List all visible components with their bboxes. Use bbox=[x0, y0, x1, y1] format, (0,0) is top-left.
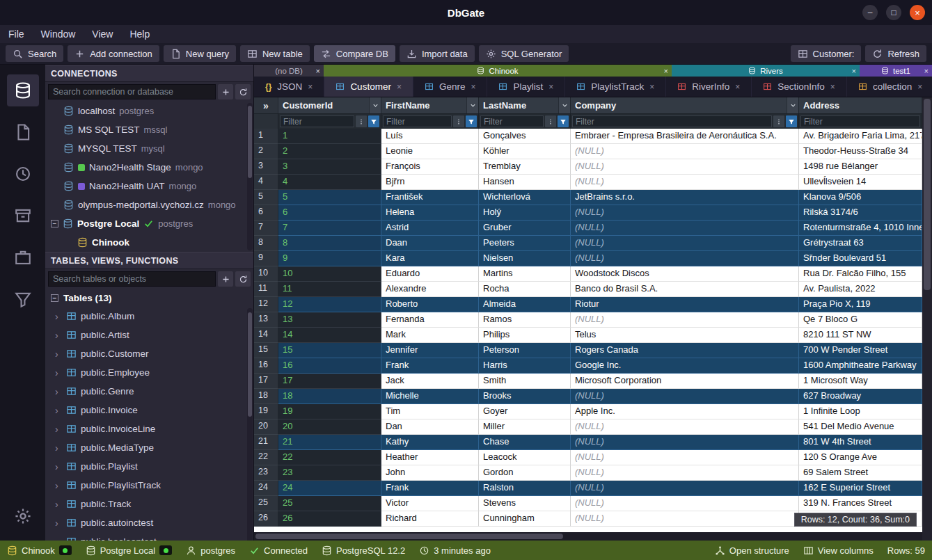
filter-funnel-button[interactable] bbox=[786, 115, 797, 127]
rail-applications-button[interactable] bbox=[7, 241, 39, 273]
filter-input-customerid[interactable] bbox=[280, 115, 354, 127]
tables-search-input[interactable] bbox=[48, 271, 216, 287]
column-dropdown-button[interactable] bbox=[466, 97, 478, 113]
cell-address[interactable]: 69 Salem Street bbox=[799, 465, 922, 481]
connection-item-chinook[interactable]: Chinook bbox=[45, 233, 253, 252]
cell-company[interactable]: (NULL) bbox=[571, 389, 799, 404]
cell-customerid[interactable]: 6 bbox=[278, 205, 381, 221]
cell-firstname[interactable]: Tim bbox=[381, 404, 479, 419]
cell-customerid[interactable]: 23 bbox=[278, 465, 381, 481]
rail-query-files-button[interactable] bbox=[7, 116, 39, 148]
tab-sectioninfo[interactable]: SectionInfo× bbox=[752, 77, 847, 97]
cell-company[interactable]: (NULL) bbox=[571, 175, 799, 190]
cell-address[interactable]: 627 Broadway bbox=[799, 389, 922, 404]
cell-address[interactable]: Grétrystraat 63 bbox=[799, 236, 922, 251]
maximize-button[interactable]: □ bbox=[886, 5, 901, 20]
grid-row-6[interactable]: 66HelenaHolý(NULL)Rilská 3174/6 bbox=[254, 205, 922, 221]
tables-group-row[interactable]: − Tables (13) bbox=[45, 289, 253, 307]
cell-address[interactable]: Rotenturmstraße 4, 1010 Innere Stadt bbox=[799, 221, 922, 236]
tab-collection[interactable]: collection× bbox=[847, 77, 932, 97]
table-item-public-invoice[interactable]: ›public.Invoice bbox=[45, 401, 253, 419]
column-header-company[interactable]: Company bbox=[571, 97, 799, 113]
cell-address[interactable]: 541 Del Medio Avenue bbox=[799, 419, 922, 435]
cell-address[interactable]: Sřnder Boulevard 51 bbox=[799, 251, 922, 266]
collapse-icon[interactable]: − bbox=[51, 220, 58, 227]
toolbar-new-query-button[interactable]: New query bbox=[164, 45, 236, 62]
filter-funnel-button[interactable] bbox=[558, 115, 569, 127]
menu-view[interactable]: View bbox=[92, 29, 113, 40]
chevron-right-icon[interactable]: › bbox=[55, 536, 62, 541]
cell-firstname[interactable]: Jack bbox=[381, 374, 479, 389]
column-dropdown-button[interactable] bbox=[558, 97, 570, 113]
grid-row-19[interactable]: 1919TimGoyerApple Inc.1 Infinite Loop bbox=[254, 404, 922, 419]
connection-item-postgre-local[interactable]: −Postgre Localpostgres bbox=[45, 214, 253, 233]
cell-company[interactable]: Rogers Canada bbox=[571, 343, 799, 358]
cell-lastname[interactable]: Nielsen bbox=[479, 251, 571, 266]
table-item-public-playlisttrack[interactable]: ›public.PlaylistTrack bbox=[45, 476, 253, 495]
grid-row-21[interactable]: 2121KathyChase(NULL)801 W 4th Street bbox=[254, 435, 922, 450]
chevron-right-icon[interactable]: › bbox=[55, 386, 62, 397]
chevron-right-icon[interactable]: › bbox=[55, 518, 62, 529]
cell-firstname[interactable]: Alexandre bbox=[381, 282, 479, 297]
grid-row-20[interactable]: 2020DanMiller(NULL)541 Del Medio Avenue bbox=[254, 419, 922, 435]
scrollbar-thumb[interactable] bbox=[248, 106, 252, 178]
chevron-right-icon[interactable]: › bbox=[55, 330, 62, 341]
table-item-public-playlist[interactable]: ›public.Playlist bbox=[45, 457, 253, 476]
cell-address[interactable]: Qe 7 Bloco G bbox=[799, 312, 922, 328]
connection-item-localhost[interactable]: localhostpostgres bbox=[45, 102, 253, 120]
status-connected[interactable]: Connected bbox=[249, 545, 308, 556]
add-table-icon-button[interactable] bbox=[218, 271, 233, 287]
tab-close-icon[interactable]: × bbox=[397, 82, 402, 92]
cell-company[interactable]: JetBrains s.r.o. bbox=[571, 190, 799, 205]
cell-lastname[interactable]: Holý bbox=[479, 205, 571, 221]
cell-company[interactable]: Apple Inc. bbox=[571, 404, 799, 419]
tab-close-icon[interactable]: × bbox=[308, 82, 313, 92]
cell-customerid[interactable]: 5 bbox=[278, 190, 381, 205]
grid-row-11[interactable]: 1111AlexandreRochaBanco do Brasil S.A.Av… bbox=[254, 282, 922, 297]
tables-scrollbar[interactable] bbox=[247, 308, 253, 541]
status-postgre-local[interactable]: Postgre Local bbox=[86, 545, 173, 556]
cell-customerid[interactable]: 20 bbox=[278, 419, 381, 435]
grid-row-22[interactable]: 2222HeatherLeacock(NULL)120 S Orange Ave bbox=[254, 450, 922, 465]
cell-firstname[interactable]: Richard bbox=[381, 511, 479, 527]
cell-company[interactable]: Banco do Brasil S.A. bbox=[571, 282, 799, 297]
cell-company[interactable]: (NULL) bbox=[571, 221, 799, 236]
chevron-right-icon[interactable]: › bbox=[55, 311, 62, 322]
cell-lastname[interactable]: Smith bbox=[479, 374, 571, 389]
grid-vertical-scrollbar[interactable] bbox=[922, 97, 932, 532]
cell-customerid[interactable]: 21 bbox=[278, 435, 381, 450]
cell-lastname[interactable]: Gonçalves bbox=[479, 129, 571, 144]
cell-lastname[interactable]: Goyer bbox=[479, 404, 571, 419]
cell-company[interactable]: (NULL) bbox=[571, 496, 799, 511]
filter-menu-button[interactable] bbox=[356, 115, 367, 127]
rail-filters-button[interactable] bbox=[7, 283, 39, 315]
cell-lastname[interactable]: Miller bbox=[479, 419, 571, 435]
cell-company[interactable]: (NULL) bbox=[571, 312, 799, 328]
cell-customerid[interactable]: 12 bbox=[278, 297, 381, 312]
column-header-lastname[interactable]: LastName bbox=[479, 97, 571, 113]
cell-company[interactable]: (NULL) bbox=[571, 481, 799, 496]
grid-row-4[interactable]: 44BjřrnHansen(NULL)Ullevĺlsveien 14 bbox=[254, 175, 922, 190]
cell-firstname[interactable]: Daan bbox=[381, 236, 479, 251]
cell-customerid[interactable]: 15 bbox=[278, 343, 381, 358]
close-icon[interactable]: × bbox=[664, 67, 668, 75]
chevron-right-icon[interactable]: › bbox=[55, 349, 62, 360]
filter-input-firstname[interactable] bbox=[383, 115, 452, 127]
cell-customerid[interactable]: 8 bbox=[278, 236, 381, 251]
rail-history-button[interactable] bbox=[7, 158, 39, 190]
grid-row-25[interactable]: 2525VictorStevens(NULL)319 N. Frances St… bbox=[254, 496, 922, 511]
rail-archive-button[interactable] bbox=[7, 200, 39, 232]
cell-firstname[interactable]: John bbox=[381, 465, 479, 481]
status-3-minutes-ago[interactable]: 3 minutes ago bbox=[419, 545, 491, 556]
cell-customerid[interactable]: 18 bbox=[278, 389, 381, 404]
status-postgresql-12-2[interactable]: PostgreSQL 12.2 bbox=[322, 545, 405, 556]
tab-playlisttrack[interactable]: PlaylistTrack× bbox=[565, 77, 666, 97]
grid-row-15[interactable]: 1515JenniferPetersonRogers Canada700 W P… bbox=[254, 343, 922, 358]
grid-row-12[interactable]: 1212RobertoAlmeidaRioturPraça Pio X, 119 bbox=[254, 297, 922, 312]
cell-address[interactable]: Rilská 3174/6 bbox=[799, 205, 922, 221]
cell-address[interactable]: Klanova 9/506 bbox=[799, 190, 922, 205]
cell-customerid[interactable]: 14 bbox=[278, 328, 381, 343]
table-item-public-booleantest[interactable]: ›public.booleantest bbox=[45, 532, 253, 541]
table-item-public-artist[interactable]: ›public.Artist bbox=[45, 326, 253, 344]
status-chinook[interactable]: Chinook bbox=[7, 545, 72, 556]
